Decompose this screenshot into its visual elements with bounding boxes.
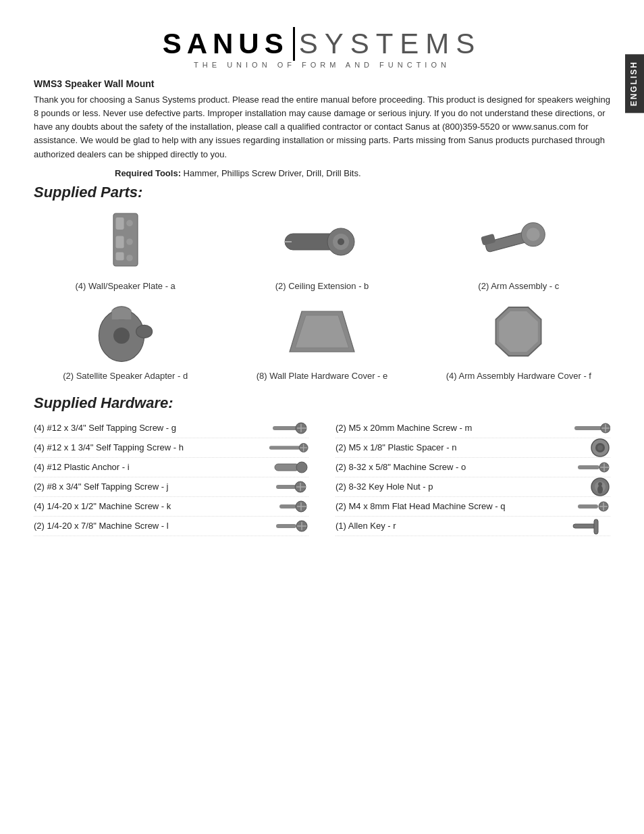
part-a-label: (4) Wall/Speaker Plate - a [75, 281, 175, 291]
logo-systems: SYSTEMS [299, 28, 482, 60]
hardware-l-icon [268, 519, 308, 533]
part-b-label: (2) Ceiling Extension - b [275, 281, 369, 291]
part-f-label: (4) Arm Assembly Hardware Cover - f [446, 371, 591, 381]
hardware-g-icon [268, 421, 308, 436]
keyhole-p-icon [590, 477, 610, 497]
svg-rect-18 [111, 309, 131, 319]
part-e: (8) Wall Plate Hardware Cover - e [230, 298, 413, 381]
part-f: (4) Arm Assembly Hardware Cover - f [427, 298, 610, 381]
required-tools: Required Tools: Hammer, Phillips Screw D… [115, 168, 610, 178]
svg-rect-47 [574, 426, 603, 430]
hardware-row-o: (2) 8-32 x 5/8" Machine Screw - o [336, 458, 610, 477]
svg-point-14 [527, 228, 540, 241]
svg-rect-35 [276, 485, 296, 489]
hardware-n-icon [570, 440, 610, 455]
part-a-image [85, 208, 166, 276]
intro-text: Thank you for choosing a Sanus Systems p… [34, 93, 610, 161]
svg-rect-43 [276, 524, 296, 528]
screw-o-icon [576, 461, 610, 473]
svg-point-53 [597, 445, 603, 450]
part-f-image [478, 298, 559, 365]
logo-tagline: THE UNION OF FORM AND FUNCTION [34, 61, 610, 69]
hardware-g-label: (4) #12 x 3/4" Self Tapping Screw - g [34, 423, 263, 433]
hardware-m-label: (2) M5 x 20mm Machine Screw - m [336, 423, 564, 433]
hardware-h-label: (4) #12 x 1 3/4" Self Tapping Screw - h [34, 442, 263, 452]
hardware-grid: (4) #12 x 3/4" Self Tapping Screw - g (4… [34, 419, 610, 536]
svg-rect-67 [594, 519, 598, 534]
speaker-adapter-icon [85, 295, 166, 368]
svg-rect-39 [279, 504, 296, 509]
part-e-image [281, 298, 363, 365]
screw-q-icon [576, 500, 610, 513]
part-b-image [281, 208, 363, 276]
ceiling-ext-icon [281, 215, 363, 269]
hardware-j-label: (2) #8 x 3/4" Self Tapping Screw - j [34, 481, 263, 492]
hardware-k-label: (4) 1/4-20 x 1/2" Machine Screw - k [34, 501, 263, 511]
hardware-row-q: (2) M4 x 8mm Flat Head Machine Screw - q [336, 497, 610, 517]
hardware-row-l: (2) 1/4-20 x 7/8" Machine Screw - l [34, 517, 308, 536]
screw-h-icon [268, 442, 308, 454]
svg-point-19 [113, 328, 130, 344]
logo-divider [293, 27, 295, 61]
hardware-row-k: (4) 1/4-20 x 1/2" Machine Screw - k [34, 497, 308, 517]
hardware-p-label: (2) 8-32 Key Hole Nut - p [336, 481, 564, 492]
svg-rect-3 [115, 252, 124, 260]
hardware-r-label: (1) Allen Key - r [336, 521, 564, 531]
anchor-i-icon [271, 461, 308, 473]
parts-grid: (4) Wall/Speaker Plate - a (2) Ceiling E… [34, 208, 610, 381]
logo-section: SANUS SYSTEMS THE UNION OF FORM AND FUNC… [34, 20, 610, 69]
hardware-p-icon [570, 479, 610, 494]
hardware-row-j: (2) #8 x 3/4" Self Tapping Screw - j [34, 477, 308, 497]
arm-assembly-icon [478, 209, 559, 275]
arm-hw-cover-icon [478, 295, 559, 368]
hardware-r-icon [570, 519, 610, 533]
svg-rect-29 [269, 446, 300, 450]
hardware-l-label: (2) 1/4-20 x 7/8" Machine Screw - l [34, 521, 263, 531]
hardware-i-label: (4) #12 Plastic Anchor - i [34, 462, 263, 472]
svg-rect-66 [573, 524, 597, 528]
hardware-left-col: (4) #12 x 3/4" Self Tapping Screw - g (4… [34, 419, 308, 536]
svg-rect-62 [578, 504, 598, 509]
required-tools-value: Hammer, Phillips Screw Driver, Drill, Dr… [184, 168, 361, 178]
part-c-image [478, 208, 559, 276]
svg-point-6 [126, 255, 133, 261]
svg-rect-1 [115, 217, 124, 230]
screw-j-icon [275, 481, 308, 493]
supplied-hardware-heading: Supplied Hardware: [34, 394, 610, 412]
part-c-label: (2) Arm Assembly - c [478, 281, 559, 291]
hardware-row-n: (2) M5 x 1/8" Plastic Spacer - n [336, 438, 610, 458]
svg-point-5 [126, 238, 133, 245]
screw-m-icon [573, 422, 610, 434]
required-tools-label: Required Tools: [115, 168, 181, 178]
hardware-h-icon [268, 440, 308, 455]
svg-point-60 [597, 486, 603, 494]
hardware-j-icon [268, 479, 308, 494]
hardware-row-m: (2) M5 x 20mm Machine Screw - m [336, 419, 610, 438]
spacer-n-icon [590, 438, 610, 458]
hardware-m-icon [570, 421, 610, 436]
hardware-row-h: (4) #12 x 1 3/4" Self Tapping Screw - h [34, 438, 308, 458]
svg-marker-24 [500, 311, 539, 352]
supplied-parts-heading: Supplied Parts: [34, 184, 610, 201]
hardware-row-p: (2) 8-32 Key Hole Nut - p [336, 477, 610, 497]
hw-cover-icon [281, 295, 363, 368]
svg-rect-25 [273, 426, 298, 430]
part-d-label: (2) Satellite Speaker Adapter - d [63, 371, 188, 381]
screw-l-icon [275, 520, 308, 532]
hardware-q-label: (2) M4 x 8mm Flat Head Machine Screw - q [336, 501, 564, 511]
hardware-k-icon [268, 499, 308, 514]
svg-point-10 [338, 238, 344, 245]
svg-point-61 [598, 482, 602, 486]
part-c: (2) Arm Assembly - c [427, 208, 610, 291]
hardware-o-icon [570, 460, 610, 475]
screw-g-icon [271, 422, 308, 434]
logo-container: SANUS SYSTEMS [34, 27, 610, 61]
svg-point-4 [126, 219, 133, 226]
svg-rect-2 [115, 236, 124, 248]
hardware-row-r: (1) Allen Key - r [336, 517, 610, 536]
part-a: (4) Wall/Speaker Plate - a [34, 208, 217, 291]
hardware-right-col: (2) M5 x 20mm Machine Screw - m (2) M5 x… [336, 419, 610, 536]
hardware-i-icon [268, 460, 308, 475]
screw-k-icon [278, 500, 308, 513]
wall-plate-icon [85, 205, 166, 278]
